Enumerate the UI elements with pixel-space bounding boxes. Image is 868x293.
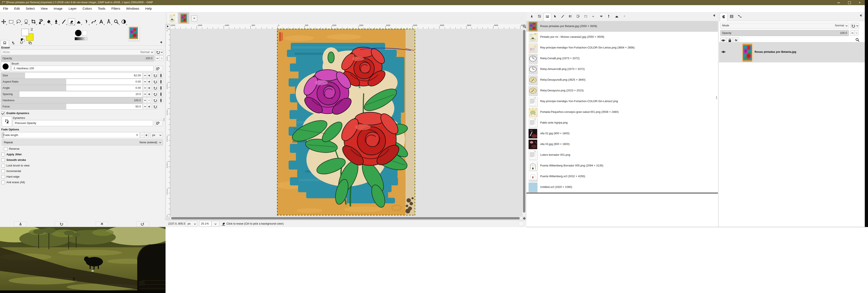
fade-unit-dropdown[interactable]: px — [150, 132, 163, 138]
tab-tool-presets[interactable] — [528, 13, 535, 21]
increase-button[interactable] — [147, 72, 151, 78]
tab-tool-options[interactable] — [0, 40, 9, 46]
link-to-brush-button[interactable] — [158, 97, 163, 103]
minimize-button[interactable] — [834, 0, 843, 5]
menu-view[interactable]: View — [38, 5, 51, 12]
rectangle-select-tool-button[interactable] — [8, 19, 14, 25]
menu-image[interactable]: Image — [51, 5, 66, 12]
image-list-row[interactable]: olla 02.jpg (900 × 1600) — [526, 128, 718, 139]
image-list-row[interactable]: Reloj-DesayunoB.png (3625 × 3840) — [526, 75, 718, 85]
image-list-row[interactable]: Rosas pintadas por Betania.jpg (2550 × 3… — [526, 21, 718, 32]
canvas-image[interactable] — [277, 29, 415, 215]
tab-pointer[interactable] — [551, 13, 559, 21]
opacity-increase-button[interactable] — [159, 55, 164, 61]
opacity-decrease-button[interactable] — [155, 55, 159, 61]
spacing-slider[interactable]: Spacing10.0 — [1, 91, 164, 97]
zoom-follow-button[interactable] — [523, 25, 526, 29]
search-icon[interactable] — [855, 38, 860, 42]
fade-length-slider[interactable]: Fade length 0 — [2, 132, 140, 138]
tab-images[interactable] — [544, 13, 551, 21]
ink-tool-button[interactable] — [53, 19, 60, 25]
unit-dropdown[interactable]: px — [186, 221, 197, 227]
image-list-row[interactable]: Pablo ante Agripa.png — [526, 118, 718, 128]
incremental-checkbox[interactable]: Incremental — [1, 169, 162, 175]
horizontal-scrollbar-thumb[interactable] — [171, 217, 520, 219]
layer-opacity-slider[interactable]: Opacity 100.0 — [720, 30, 849, 36]
increase-button[interactable] — [147, 91, 151, 97]
image-list-row[interactable]: Puerta Wittenberg.xcf (3032 × 4293) — [526, 171, 718, 182]
bucket-fill-tool-button[interactable] — [45, 19, 52, 25]
dynamics-input[interactable]: Pressure Opacity — [13, 120, 153, 126]
reset-button[interactable] — [152, 79, 157, 84]
tab-patterns[interactable] — [536, 13, 543, 21]
active-image-preview[interactable] — [129, 26, 140, 40]
swap-colors-icon[interactable] — [30, 28, 33, 31]
image-list-row[interactable]: Puerta Wittenberg Borrador 005.png (2094… — [526, 160, 718, 171]
fade-increase-button[interactable] — [144, 132, 148, 138]
eraser-tool-button[interactable] — [68, 19, 75, 26]
menu-tools[interactable]: Tools — [95, 5, 108, 12]
reset-button[interactable] — [152, 97, 157, 103]
progress-button[interactable] — [519, 222, 524, 226]
image-list-row[interactable]: Lutero borrador 001.png — [526, 150, 718, 160]
dock-grip[interactable]: ●●● — [716, 96, 717, 102]
tab-layers[interactable] — [720, 13, 727, 21]
lock-brush-to-view-checkbox[interactable]: Lock brush to view — [1, 164, 162, 169]
collapse-dock-icon[interactable] — [859, 14, 863, 18]
hardness-slider[interactable]: Hardness100.0 — [1, 97, 164, 103]
layer-opacity-increase-button[interactable] — [854, 30, 859, 36]
slider-track[interactable]: Angle0.00 — [1, 85, 143, 91]
hard-edge-checkbox[interactable]: Hard edge — [1, 175, 162, 180]
image-list-row[interactable]: Reloj-Desayuno.png (2023 × 2023) — [526, 85, 718, 96]
active-brush-preview[interactable] — [75, 30, 82, 36]
slider-track[interactable]: Spacing10.0 — [1, 91, 143, 97]
clone-tool-button[interactable] — [75, 19, 82, 25]
decrease-button[interactable] — [143, 91, 147, 97]
enable-dynamics-checkbox[interactable]: Enable dynamics — [1, 111, 160, 117]
slider-track[interactable]: Hardness100.0 — [1, 97, 143, 104]
anti-erase-alt--checkbox[interactable]: Anti erase (Alt) — [1, 180, 162, 186]
image-list-row[interactable]: Untitled.xcf (1920 × 1080) — [526, 182, 718, 193]
image-list-row[interactable]: Rey-principe-mendigo-Yon-Fortachon-COLOR… — [526, 96, 718, 107]
paths-tool-button[interactable] — [91, 19, 97, 25]
close-tab-button[interactable]: × — [191, 16, 197, 22]
delete-tool-preset-button[interactable] — [96, 222, 108, 227]
tab-gradients[interactable] — [567, 13, 574, 21]
reset-button[interactable] — [152, 85, 157, 90]
restore-tool-preset-button[interactable] — [55, 222, 67, 227]
dodge-burn-tool-button[interactable] — [121, 19, 127, 25]
tab-brushes[interactable] — [559, 13, 566, 21]
close-button[interactable]: × — [855, 0, 865, 5]
brush-edit-button[interactable] — [155, 66, 163, 71]
tab-paths[interactable] — [736, 13, 743, 21]
default-colors-icon[interactable] — [21, 38, 24, 41]
menu-filters[interactable]: Filters — [108, 5, 123, 12]
decrease-button[interactable] — [143, 104, 147, 109]
size-slider[interactable]: Size62.00 — [1, 72, 164, 78]
slider-track[interactable]: Aspect Ratio0.00 — [1, 79, 143, 85]
save-tool-preset-button[interactable] — [14, 222, 27, 227]
tab-buffers[interactable] — [582, 13, 589, 21]
reset-button[interactable] — [152, 104, 157, 109]
smudge-tool-button[interactable] — [83, 19, 90, 25]
tab-device-status[interactable] — [9, 40, 17, 46]
menu-windows[interactable]: Windows — [123, 5, 142, 12]
maximize-button[interactable] — [844, 0, 854, 5]
layer-thumbnail[interactable] — [742, 43, 753, 62]
zoom-level-input[interactable]: 25.1% — [199, 221, 211, 227]
dynamics-edit-button[interactable] — [155, 120, 163, 126]
paintbrush-tool-button[interactable] — [60, 19, 67, 25]
collapse-dock-icon[interactable] — [159, 40, 163, 45]
slider-track[interactable]: Size62.00 — [1, 72, 143, 79]
moses-canasta-tab[interactable] — [167, 12, 178, 24]
free-select-tool-button[interactable] — [16, 19, 22, 25]
decrease-button[interactable] — [143, 97, 147, 103]
layer-visible-eye-icon[interactable] — [721, 50, 726, 54]
tab-document-history[interactable] — [575, 13, 582, 21]
foreground-color-swatch[interactable] — [22, 29, 29, 36]
canvas-viewport[interactable] — [170, 29, 523, 217]
menu-layer[interactable]: Layer — [66, 5, 80, 12]
layer-mode-reset-button[interactable] — [850, 23, 859, 29]
tab-fonts[interactable] — [590, 13, 597, 21]
decrease-button[interactable] — [143, 85, 147, 90]
